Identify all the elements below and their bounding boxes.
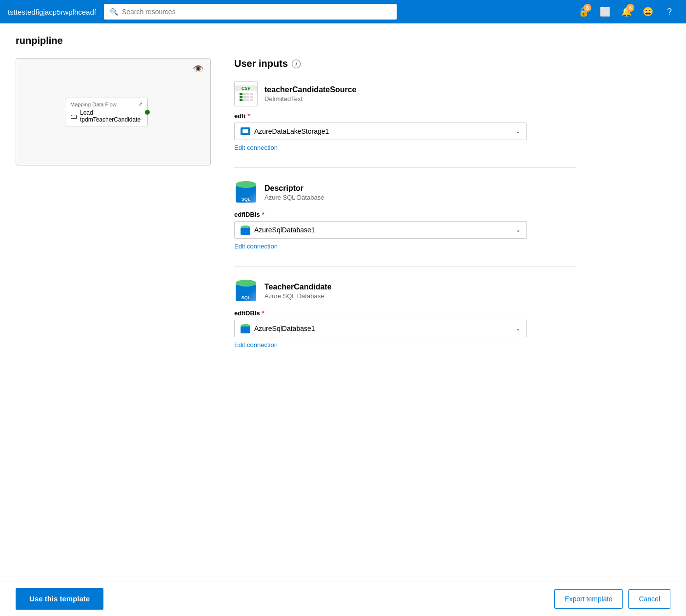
sql-small-icon-2 bbox=[241, 324, 250, 333]
messages-badge: 3 bbox=[584, 4, 591, 12]
footer-right-actions: Export template Cancel bbox=[554, 589, 670, 609]
help-button[interactable]: ? bbox=[661, 3, 678, 21]
chevron-down-icon-2: ⌄ bbox=[516, 226, 521, 233]
external-link-icon: ↗ bbox=[138, 101, 142, 107]
resource-info-2: Descriptor Azure SQL Database bbox=[264, 184, 576, 201]
main-layout: 👁️ Mapping Data Flow ↗ 🗃 Load-tpdmTeache… bbox=[16, 58, 670, 365]
resource-name-1: teacherCandidateSource bbox=[264, 85, 576, 94]
portal-icon: ⬜ bbox=[600, 6, 610, 17]
section-divider-1 bbox=[234, 167, 576, 168]
edfi-dropdown[interactable]: AzureDataLakeStorage1 ⌄ bbox=[234, 123, 527, 140]
descriptor-dropdown[interactable]: AzureSqlDatabase1 ⌄ bbox=[234, 221, 527, 239]
account-icon: 😀 bbox=[643, 6, 653, 17]
section-divider-2 bbox=[234, 266, 576, 267]
teacher-candidate-dropdown[interactable]: AzureSqlDatabase1 ⌄ bbox=[234, 320, 527, 337]
sql-icon-descriptor: SQL bbox=[234, 180, 258, 205]
mapping-node-header: Mapping Data Flow ↗ bbox=[70, 101, 142, 107]
search-box[interactable]: 🔍 bbox=[104, 4, 397, 20]
resource-header-3: SQL TeacherCandidate Azure SQL Database bbox=[234, 278, 576, 304]
field-label-1: edfi * bbox=[234, 112, 576, 120]
edit-connection-1[interactable]: Edit connection bbox=[234, 144, 278, 151]
edit-connection-3[interactable]: Edit connection bbox=[234, 341, 278, 349]
connection-field-3: edfiDBls * AzureSqlDatabase1 ⌄ bbox=[234, 309, 576, 349]
required-star-3: * bbox=[262, 309, 264, 317]
resource-info-1: teacherCandidateSource DelimitedText bbox=[264, 85, 576, 103]
top-navigation: tsttestedfigjacp5rwplhceadf 🔍 🔒 3 ⬜ 🔔 6 … bbox=[0, 0, 686, 23]
csv-icon: CSV bbox=[234, 81, 258, 106]
resource-header-1: CSV bbox=[234, 81, 576, 106]
db-icon: 🗃 bbox=[70, 112, 77, 120]
resource-type-1: DelimitedText bbox=[264, 95, 576, 103]
connection-field-2: edfiDBls * AzureSqlDatabase1 ⌄ bbox=[234, 211, 576, 250]
account-button[interactable]: 😀 bbox=[639, 3, 657, 21]
glasses-icon: 👁️ bbox=[193, 63, 203, 74]
field-label-3: edfiDBls * bbox=[234, 309, 576, 317]
resource-header-2: SQL Descriptor Azure SQL Database bbox=[234, 180, 576, 205]
nav-title: tsttestedfigjacp5rwplhceadf bbox=[8, 8, 96, 16]
chevron-down-icon-3: ⌄ bbox=[516, 325, 521, 332]
page-content: runpipline 👁️ Mapping Data Flow ↗ 🗃 Load… bbox=[0, 23, 686, 376]
search-input[interactable] bbox=[122, 8, 391, 16]
mapping-node: Mapping Data Flow ↗ 🗃 Load-tpdmTeacherCa… bbox=[65, 98, 148, 126]
resource-name-2: Descriptor bbox=[264, 184, 576, 193]
nav-icons: 🔒 3 ⬜ 🔔 6 😀 ? bbox=[575, 3, 678, 21]
footer: Use this template Export template Cancel bbox=[0, 581, 686, 616]
user-inputs-panel: User inputs i CSV bbox=[234, 58, 576, 365]
pipeline-canvas: 👁️ Mapping Data Flow ↗ 🗃 Load-tpdmTeache… bbox=[16, 58, 211, 165]
mapping-node-body: 🗃 Load-tpdmTeacherCandidate bbox=[70, 109, 142, 123]
adl-icon bbox=[241, 127, 250, 135]
resource-section-2: SQL Descriptor Azure SQL Database edfiDB… bbox=[234, 180, 576, 250]
page-title: runpipline bbox=[16, 35, 670, 46]
help-icon: ? bbox=[667, 7, 672, 17]
edfi-value: AzureDataLakeStorage1 bbox=[254, 127, 329, 135]
portal-button[interactable]: ⬜ bbox=[596, 3, 614, 21]
cancel-button[interactable]: Cancel bbox=[628, 589, 670, 609]
resource-name-3: TeacherCandidate bbox=[264, 283, 576, 291]
search-icon: 🔍 bbox=[110, 8, 118, 16]
resource-section-3: SQL TeacherCandidate Azure SQL Database … bbox=[234, 278, 576, 349]
node-name: Load-tpdmTeacherCandidate bbox=[80, 109, 142, 123]
connection-field-1: edfi * AzureDataLakeStorage1 ⌄ Edit conn… bbox=[234, 112, 576, 152]
sql-icon-teacher: SQL bbox=[234, 278, 258, 304]
resource-section-1: CSV bbox=[234, 81, 576, 152]
chevron-down-icon: ⌄ bbox=[516, 128, 521, 135]
notifications-button[interactable]: 🔔 6 bbox=[618, 3, 635, 21]
sql-small-icon-1 bbox=[241, 226, 250, 234]
user-inputs-header: User inputs i bbox=[234, 58, 576, 69]
resource-type-3: Azure SQL Database bbox=[264, 292, 576, 300]
notifications-badge: 6 bbox=[626, 4, 634, 12]
edit-connection-2[interactable]: Edit connection bbox=[234, 243, 278, 250]
use-template-button[interactable]: Use this template bbox=[16, 588, 103, 610]
descriptor-value: AzureSqlDatabase1 bbox=[254, 226, 315, 234]
export-template-button[interactable]: Export template bbox=[554, 589, 623, 609]
info-icon: i bbox=[292, 60, 301, 68]
resource-type-2: Azure SQL Database bbox=[264, 194, 576, 201]
mapping-node-label: Mapping Data Flow bbox=[70, 102, 117, 107]
teacher-candidate-value: AzureSqlDatabase1 bbox=[254, 325, 315, 332]
required-star-2: * bbox=[262, 211, 264, 218]
required-star-1: * bbox=[247, 112, 250, 120]
field-label-2: edfiDBls * bbox=[234, 211, 576, 218]
resource-info-3: TeacherCandidate Azure SQL Database bbox=[264, 283, 576, 300]
messages-button[interactable]: 🔒 3 bbox=[575, 3, 592, 21]
status-dot bbox=[145, 110, 150, 115]
user-inputs-title: User inputs bbox=[234, 58, 288, 69]
